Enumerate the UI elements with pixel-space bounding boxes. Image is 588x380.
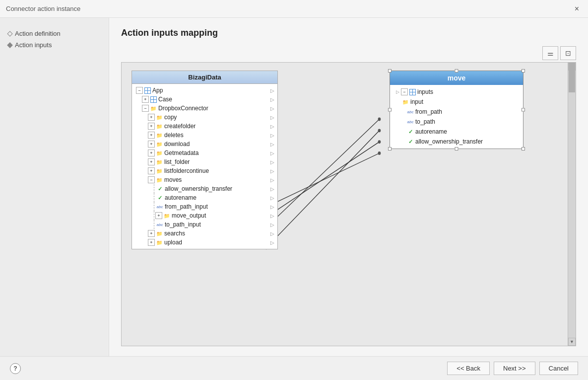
abc-icon: abc	[407, 118, 414, 125]
folder-icon: 📁	[156, 239, 163, 246]
layout-button[interactable]: ⊡	[560, 46, 576, 60]
tree-label-listfoldercontinue: listfoldercontinue	[164, 167, 209, 174]
expander-createfolder[interactable]: +	[148, 123, 155, 130]
tree-arrow: ▷	[270, 168, 274, 174]
table-icon	[150, 96, 157, 103]
sidebar-item-action-definition[interactable]: Action definition	[8, 28, 101, 39]
move-item-allow-ownership-transfer: ✓ allow_ownership_transfer	[390, 137, 523, 147]
diamond-icon	[7, 42, 12, 48]
diamond-icon	[7, 31, 12, 36]
folder-icon: 📁	[156, 123, 163, 130]
expander-case[interactable]: +	[142, 96, 149, 103]
expander-copy[interactable]: +	[148, 114, 155, 121]
folder-icon: 📁	[156, 230, 163, 237]
expander-searchs[interactable]: +	[148, 230, 155, 237]
tree-arrow: ▷	[270, 195, 274, 201]
abc-icon: abc	[156, 221, 163, 228]
cancel-button[interactable]: Cancel	[539, 362, 578, 375]
tree-arrow: ▷	[270, 106, 274, 111]
next-button[interactable]: Next >>	[494, 362, 535, 375]
help-button[interactable]: ?	[10, 363, 21, 374]
tree-label-autorename: autorename	[165, 194, 196, 201]
tree-item-app: − App ▷	[132, 86, 277, 95]
tree-arrow: ▷	[270, 240, 274, 245]
check-icon: ✓	[156, 194, 163, 201]
expander-move-output[interactable]: +	[155, 212, 162, 219]
scroll-thumb[interactable]	[569, 63, 575, 92]
folder-icon: 📁	[163, 212, 170, 219]
content-area: Action inputs mapping ⚌ ⊡ BizagiData − A…	[109, 18, 588, 356]
move-item-input: 📁 input	[390, 97, 523, 107]
folder-icon: 📁	[150, 105, 157, 112]
tree-label-allow-ownership: allow_ownership_transfer	[165, 185, 232, 192]
tree-label-createfolder: createfolder	[164, 123, 196, 130]
tree-label-move-output: move_output	[172, 212, 206, 219]
sidebar-item-action-inputs[interactable]: Action inputs	[8, 39, 101, 51]
tree-arrow: ▷	[270, 151, 274, 156]
close-button[interactable]: ×	[572, 4, 582, 14]
expander-listfoldercontinue[interactable]: +	[148, 167, 155, 174]
mapping-canvas: BizagiData − App ▷ + Case ▷	[121, 62, 576, 346]
move-label-input: input	[410, 98, 423, 105]
scroll-down[interactable]: ▼	[568, 338, 576, 346]
main-layout: Action definition Action inputs Action i…	[0, 18, 588, 356]
side-handle	[455, 69, 458, 73]
tree-label-moves: moves	[164, 176, 182, 183]
tree-label-dropboxconnector: DropboxConnector	[158, 105, 208, 112]
tree-arrow: ▷	[270, 88, 274, 93]
tree-arrow: ▷	[270, 177, 274, 183]
tree-arrow: ▷	[270, 213, 274, 219]
expander-deletes[interactable]: +	[148, 132, 155, 139]
tree-arrow: ▷	[270, 97, 274, 102]
svg-point-8	[378, 118, 381, 121]
tree-label-copy: copy	[164, 114, 177, 121]
tree-item-autorename: ✓ autorename ▷	[154, 193, 277, 202]
footer-left: ?	[10, 363, 21, 374]
svg-line-6	[266, 119, 380, 228]
tree-arrow: ▷	[270, 124, 274, 129]
tree-arrow: ▷	[270, 186, 274, 192]
tree-panel: BizagiData − App ▷ + Case ▷	[131, 71, 278, 249]
tree-item-to-path-input: abc to_path_input ▷	[154, 220, 277, 229]
tree-item-from-path-input: abc from_path_input ▷	[154, 202, 277, 211]
expander-upload[interactable]: +	[148, 239, 155, 246]
folder-icon: 📁	[156, 167, 163, 174]
svg-line-9	[266, 131, 380, 248]
tree-item-deletes: + 📁 deletes ▷	[132, 131, 277, 140]
move-item-from-path: abc from_path	[390, 107, 523, 117]
tree-arrow: ▷	[270, 142, 274, 147]
tree-label-deletes: deletes	[164, 132, 184, 139]
expander-getmetadata[interactable]: +	[148, 150, 155, 156]
tree-label-listfolder: list_folder	[164, 158, 190, 165]
table-icon	[144, 87, 151, 94]
move-item-autorename: ✓ autorename	[390, 127, 523, 137]
expander-listfolder[interactable]: +	[148, 158, 155, 165]
folder-icon: 📁	[156, 132, 163, 139]
tree-item-getmetadata: + 📁 Getmetadata ▷	[132, 149, 277, 157]
corner-handle	[522, 147, 525, 151]
folder-icon: 📁	[156, 114, 163, 121]
side-handle	[455, 147, 458, 151]
move-item-inputs: ▷ − inputs	[390, 87, 523, 97]
tree-label-download: download	[164, 141, 190, 148]
check-icon: ✓	[407, 138, 414, 145]
title-bar: Connector action instance ×	[0, 0, 588, 18]
folder-icon: 📁	[156, 158, 163, 165]
tree-item-moves: − 📁 moves ▷	[132, 175, 277, 184]
tree-arrow: ▷	[270, 231, 274, 236]
tree-item-move-output: + 📁 move_output ▷	[154, 211, 277, 220]
scrollbar[interactable]: ▲ ▼	[568, 63, 576, 346]
expander-moves[interactable]: −	[148, 176, 155, 183]
tree-label-getmetadata: Getmetadata	[164, 150, 198, 156]
expander-app[interactable]: −	[136, 87, 143, 94]
expander-inputs[interactable]: −	[401, 88, 408, 95]
filter-button[interactable]: ⚌	[542, 46, 558, 60]
move-label-autorename: autorename	[415, 128, 447, 135]
tree-label-searchs: searchs	[164, 230, 185, 237]
tree-label-upload: upload	[164, 239, 182, 246]
back-button[interactable]: << Back	[447, 362, 490, 375]
tree-arrow: ▷	[270, 115, 274, 120]
expander-download[interactable]: +	[148, 141, 155, 148]
expander-dropbox[interactable]: −	[142, 105, 149, 112]
corner-handle	[388, 69, 392, 73]
